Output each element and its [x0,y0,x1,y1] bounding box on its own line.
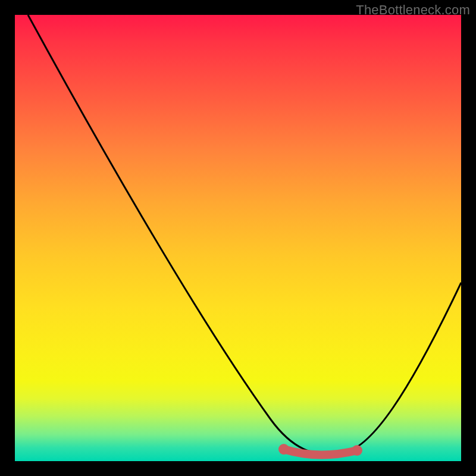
sweet-spot-end-dot [352,445,362,456]
bottleneck-curve [28,15,461,454]
sweet-spot-start-dot [278,444,289,455]
watermark-text: TheBottleneck.com [356,2,470,18]
gradient-plot-area [15,15,461,461]
plot-svg [15,15,461,461]
sweet-spot-marker [284,449,357,455]
